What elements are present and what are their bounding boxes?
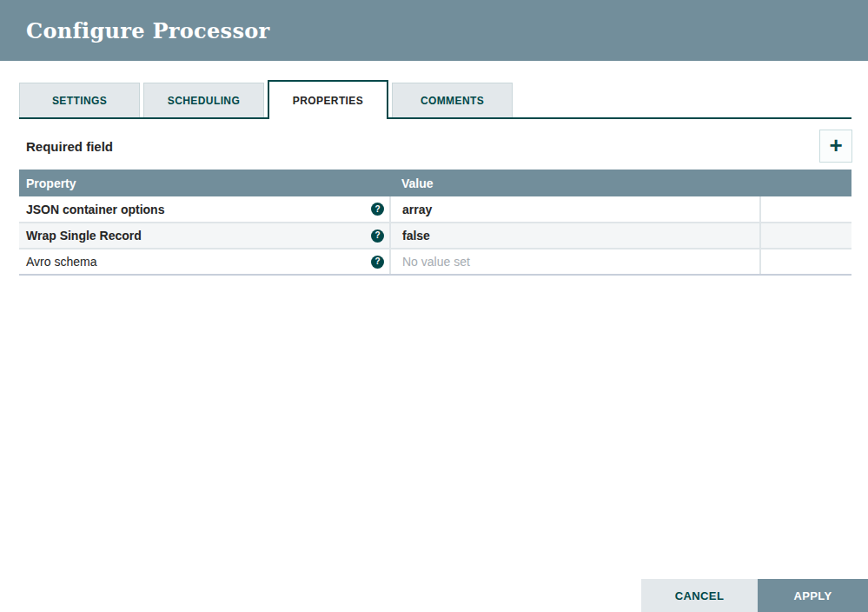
help-icon[interactable]: ? xyxy=(371,230,384,243)
table-row: Wrap Single Record ? false xyxy=(19,223,851,249)
configure-processor-dialog: Configure Processor SETTINGS SCHEDULING … xyxy=(0,0,868,612)
tab-scheduling[interactable]: SCHEDULING xyxy=(143,83,264,117)
properties-toolbar: Required field + xyxy=(26,130,852,163)
property-name: JSON container options xyxy=(26,203,164,216)
row-actions-cell xyxy=(760,196,851,223)
plus-icon: + xyxy=(829,134,842,156)
required-field-label: Required field xyxy=(26,139,113,154)
help-icon[interactable]: ? xyxy=(371,203,384,216)
row-actions-cell xyxy=(760,223,851,249)
row-actions-cell xyxy=(760,249,851,275)
tabs-bar: SETTINGS SCHEDULING PROPERTIES COMMENTS xyxy=(19,82,851,119)
table-row: Avro schema ? No value set xyxy=(19,249,851,275)
properties-table: Property Value JSON container options ? … xyxy=(19,170,851,276)
property-value[interactable]: false xyxy=(402,229,430,243)
property-value[interactable]: array xyxy=(402,203,432,216)
cancel-button[interactable]: CANCEL xyxy=(641,579,758,612)
table-row: JSON container options ? array xyxy=(19,196,851,223)
tab-properties[interactable]: PROPERTIES xyxy=(268,80,388,119)
dialog-footer: CANCEL APPLY xyxy=(641,579,868,612)
tab-settings[interactable]: SETTINGS xyxy=(19,83,140,117)
tab-comments[interactable]: COMMENTS xyxy=(392,83,513,117)
add-property-button[interactable]: + xyxy=(819,130,852,163)
property-name: Avro schema xyxy=(26,255,96,269)
property-value[interactable]: No value set xyxy=(402,255,470,269)
column-header-value: Value xyxy=(390,170,851,196)
dialog-title: Configure Processor xyxy=(26,18,269,43)
properties-table-header: Property Value xyxy=(19,170,851,196)
dialog-header: Configure Processor xyxy=(0,0,868,61)
help-icon[interactable]: ? xyxy=(371,256,384,269)
apply-button[interactable]: APPLY xyxy=(758,579,868,612)
property-name: Wrap Single Record xyxy=(26,229,142,243)
column-header-property: Property xyxy=(19,170,390,196)
